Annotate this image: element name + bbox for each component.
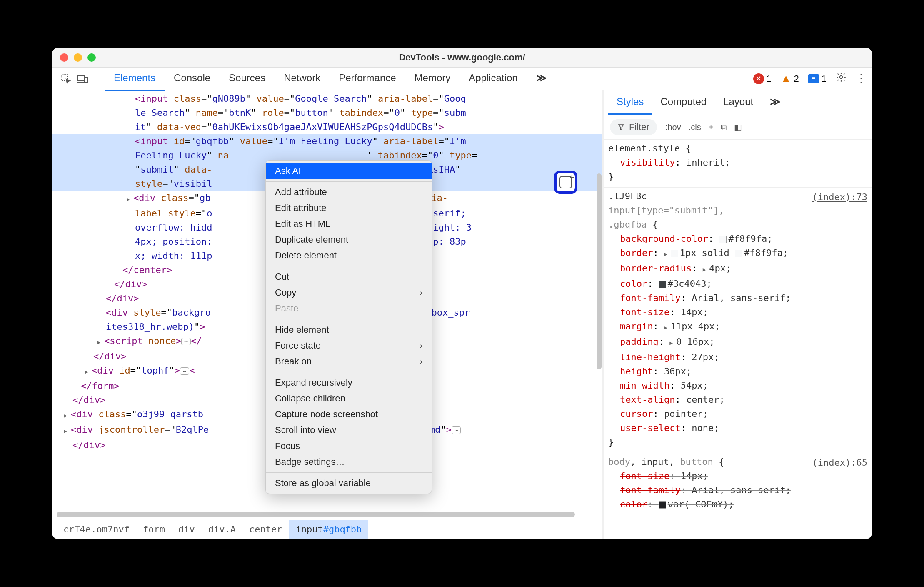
breadcrumb-item[interactable]: crT4e.om7nvf [57, 520, 136, 539]
styles-tool-icon[interactable]: ◧ [734, 122, 742, 132]
menu-item-store-as-global-variable[interactable]: Store as global variable [266, 475, 432, 491]
dom-node[interactable]: le Search" name="btnK" role="button" tab… [52, 106, 602, 120]
css-property[interactable]: font-family: Arial, sans-serif; [608, 483, 868, 497]
menu-item-collapse-children[interactable]: Collapse children [266, 391, 432, 406]
menu-item-ask-ai[interactable]: Ask AI [266, 163, 432, 179]
css-property[interactable]: border: ▶ 1px solid #f8f9fa; [608, 246, 868, 261]
errors-badge[interactable]: ✕ 1 [753, 73, 772, 84]
settings-icon[interactable] [836, 72, 847, 85]
svg-rect-3 [85, 77, 87, 83]
css-property[interactable]: line-height: 27px; [608, 350, 868, 364]
chevron-right-icon: › [420, 341, 422, 350]
tab-memory[interactable]: Memory [405, 66, 460, 91]
tab-performance[interactable]: Performance [330, 66, 405, 91]
dom-node[interactable]: it" data-ved="0ahUKEwixsOb4gaeJAxVIWUEAH… [52, 120, 602, 134]
menu-item-delete-element[interactable]: Delete element [266, 248, 432, 263]
tab-sources[interactable]: Sources [220, 66, 275, 91]
dom-node[interactable]: <input class="gNO89b" value="Google Sear… [52, 92, 602, 106]
menu-item-break-on[interactable]: Break on› [266, 354, 432, 369]
warnings-badge[interactable]: ▲ 2 [781, 72, 799, 85]
scrollbar-thumb[interactable] [57, 512, 575, 517]
css-property[interactable]: min-width: 54px; [608, 379, 868, 393]
breadcrumb-item[interactable]: input#gbqfbb [289, 520, 368, 539]
main-toolbar: ElementsConsoleSourcesNetworkPerformance… [52, 68, 872, 90]
menu-item-scroll-into-view[interactable]: Scroll into view [266, 422, 432, 438]
menu-item-copy[interactable]: Copy› [266, 285, 432, 301]
dom-node[interactable]: <input id="gbqfbb" value="I'm Feeling Lu… [52, 134, 602, 148]
tab-network[interactable]: Network [275, 66, 330, 91]
css-property[interactable]: background-color: #f8f9fa; [608, 232, 868, 246]
tab-elements[interactable]: Elements [105, 66, 165, 91]
ask-ai-button[interactable] [554, 171, 577, 194]
styles-tool-hov[interactable]: :hov [665, 123, 681, 132]
menu-item-focus[interactable]: Focus [266, 438, 432, 454]
menu-separator [266, 372, 432, 372]
styles-tabs-overflow[interactable]: ≫ [762, 90, 789, 115]
breadcrumb-item[interactable]: form [136, 520, 172, 539]
styles-rules[interactable]: element.style {visibility: inherit;}(ind… [604, 140, 872, 539]
menu-item-label: Copy [275, 287, 296, 298]
css-property[interactable]: user-select: none; [608, 421, 868, 435]
tabs-overflow-button[interactable]: ≫ [530, 66, 552, 91]
rule-close-brace: } [608, 170, 868, 184]
traffic-lights [60, 53, 96, 62]
breadcrumb-item[interactable]: center [242, 520, 289, 539]
tab-console[interactable]: Console [165, 66, 220, 91]
menu-item-add-attribute[interactable]: Add attribute [266, 184, 432, 200]
warnings-count: 2 [794, 73, 799, 84]
styles-tab-computed[interactable]: Computed [652, 90, 715, 115]
css-property[interactable]: text-align: center; [608, 393, 868, 407]
styles-tool-cls[interactable]: .cls [689, 123, 701, 132]
css-property[interactable]: margin: ▶ 11px 4px; [608, 319, 868, 335]
css-property[interactable]: font-size: 14px; [608, 305, 868, 319]
menu-item-badge-settings-[interactable]: Badge settings… [266, 454, 432, 470]
tab-application[interactable]: Application [460, 66, 527, 91]
breadcrumb-item[interactable]: div.A [202, 520, 242, 539]
styles-tool-icon[interactable]: ⧉ [721, 123, 727, 132]
close-window-button[interactable] [60, 53, 68, 62]
breadcrumb-item[interactable]: div [172, 520, 202, 539]
minimize-window-button[interactable] [74, 53, 82, 62]
css-property[interactable]: cursor: pointer; [608, 407, 868, 421]
horizontal-scrollbar[interactable] [57, 512, 597, 517]
css-property[interactable]: color: #3c4043; [608, 277, 868, 291]
style-rule[interactable]: element.style {visibility: inherit;} [604, 140, 872, 188]
window-title: DevTools - www.google.com/ [399, 52, 525, 63]
vertical-scrollbar[interactable] [597, 173, 602, 369]
css-property[interactable]: padding: ▶ 0 16px; [608, 335, 868, 350]
menu-item-force-state[interactable]: Force state› [266, 338, 432, 354]
rule-selector[interactable]: element.style { [608, 141, 868, 156]
device-toolbar-icon[interactable] [76, 72, 89, 85]
chevron-right-icon: › [420, 357, 422, 366]
rule-source-link[interactable]: (index):73 [812, 190, 867, 204]
rule-close-brace: } [608, 435, 868, 449]
styles-filter-tools: :hov.cls+⧉◧ [665, 122, 742, 132]
maximize-window-button[interactable] [87, 53, 96, 62]
style-rule[interactable]: (index):73.lJ9FBcinput[type="submit"],.g… [604, 188, 872, 453]
rule-source-link[interactable]: (index):65 [812, 456, 867, 470]
styles-filter-input[interactable]: Filter [610, 119, 657, 135]
styles-tab-styles[interactable]: Styles [608, 90, 652, 115]
styles-tab-layout[interactable]: Layout [715, 90, 762, 115]
inspect-element-icon[interactable] [59, 72, 72, 85]
issues-badge[interactable]: ≡ 1 [808, 73, 827, 84]
css-property[interactable]: visibility: inherit; [608, 156, 868, 170]
titlebar: DevTools - www.google.com/ [52, 48, 872, 68]
menu-item-edit-attribute[interactable]: Edit attribute [266, 200, 432, 216]
css-property[interactable]: height: 36px; [608, 364, 868, 379]
menu-item-duplicate-element[interactable]: Duplicate element [266, 232, 432, 248]
context-menu[interactable]: Ask AIAdd attributeEdit attributeEdit as… [265, 160, 432, 494]
menu-item-cut[interactable]: Cut [266, 269, 432, 285]
css-property[interactable]: border-radius: ▶ 4px; [608, 261, 868, 277]
menu-item-edit-as-html[interactable]: Edit as HTML [266, 216, 432, 232]
css-property[interactable]: font-size: 14px; [608, 469, 868, 483]
menu-item-hide-element[interactable]: Hide element [266, 322, 432, 338]
menu-item-expand-recursively[interactable]: Expand recursively [266, 375, 432, 391]
styles-tool-icon[interactable]: + [709, 123, 714, 132]
css-property[interactable]: font-family: Arial, sans-serif; [608, 291, 868, 305]
scrollbar-thumb[interactable] [597, 173, 602, 369]
css-property[interactable]: color: var( COEmY); [608, 497, 868, 512]
style-rule[interactable]: (index):65body, input, button {font-size… [604, 453, 872, 515]
more-menu-icon[interactable]: ⋮ [856, 72, 865, 85]
menu-item-capture-node-screenshot[interactable]: Capture node screenshot [266, 406, 432, 422]
